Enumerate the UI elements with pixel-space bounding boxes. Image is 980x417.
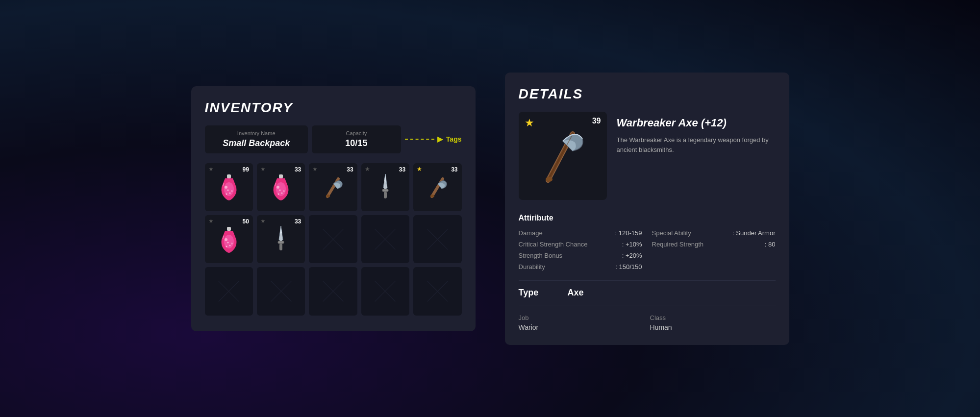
- preview-star-icon: ★: [525, 117, 534, 129]
- item-count-6: 50: [243, 218, 249, 225]
- job-value: Warior: [519, 323, 644, 331]
- attr-row: Critical Strength Chance: +10%: [519, 241, 642, 248]
- grid-cell-8[interactable]: [309, 215, 357, 263]
- axe-image: [536, 124, 590, 188]
- item-icon-7: [265, 223, 297, 255]
- svg-point-25: [225, 238, 227, 241]
- class-label: Class: [650, 314, 776, 321]
- svg-point-1: [224, 182, 234, 196]
- svg-point-9: [276, 186, 279, 189]
- svg-rect-32: [278, 241, 284, 244]
- svg-point-2: [225, 186, 227, 189]
- item-count-2: 33: [295, 166, 301, 173]
- item-name: Warbreaker Axe (+12): [617, 117, 776, 129]
- svg-rect-0: [227, 174, 231, 178]
- details-title: DETAILS: [519, 86, 776, 102]
- tags-connector: ▶ Tags: [405, 125, 462, 153]
- dashed-line: [405, 139, 434, 140]
- svg-rect-18: [382, 189, 388, 192]
- job-label: Job: [519, 314, 644, 321]
- item-icon-6: [213, 223, 245, 255]
- inventory-header: Inventory Name Small Backpack Capacity 1…: [205, 125, 462, 153]
- attr-row: Special Ability: Sunder Armor: [652, 229, 776, 237]
- inventory-capacity-box: Capacity 10/15: [312, 125, 401, 153]
- job-row: Job Warior: [519, 314, 644, 331]
- attr-row: Strength Bonus: +20%: [519, 252, 642, 259]
- svg-rect-23: [227, 227, 231, 231]
- grid-cell-1[interactable]: ★99: [205, 163, 253, 211]
- grid-cell-5[interactable]: ★33: [413, 163, 461, 211]
- svg-point-3: [231, 190, 233, 192]
- attributes-grid: Damage: 120-159Critical Strength Chance:…: [519, 229, 776, 270]
- svg-point-13: [278, 194, 279, 195]
- svg-rect-33: [279, 244, 282, 250]
- svg-point-5: [229, 193, 230, 194]
- preview-count: 39: [592, 117, 601, 125]
- item-preview: ★ 39: [519, 112, 607, 200]
- svg-point-27: [227, 242, 228, 243]
- item-description: The Warbreaker Axe is a legendary weapon…: [617, 135, 776, 156]
- grid-cell-10[interactable]: [413, 215, 461, 263]
- item-count-3: 33: [347, 166, 353, 173]
- item-star-6: ★: [208, 218, 214, 224]
- svg-point-38: [546, 177, 553, 182]
- svg-point-26: [231, 243, 233, 245]
- grid-cell-14[interactable]: [361, 267, 409, 315]
- grid-cell-4[interactable]: ★33: [361, 163, 409, 211]
- grid-cell-3[interactable]: ★33: [309, 163, 357, 211]
- attributes-left: Damage: 120-159Critical Strength Chance:…: [519, 229, 642, 270]
- inventory-name-value: Small Backpack: [223, 138, 290, 148]
- attr-row: Required Strength: 80: [652, 241, 776, 248]
- svg-point-10: [283, 190, 285, 192]
- svg-point-12: [281, 193, 283, 194]
- attribute-section: Attiribute Damage: 120-159Critical Stren…: [519, 214, 776, 270]
- svg-point-4: [227, 190, 228, 191]
- svg-point-15: [326, 195, 330, 197]
- item-icon-1: [213, 172, 245, 203]
- tags-label: Tags: [446, 135, 462, 143]
- item-icon-5: [422, 172, 453, 203]
- item-icon-2: [265, 172, 297, 203]
- item-star-3: ★: [312, 166, 318, 172]
- attribute-title: Attiribute: [519, 214, 776, 222]
- item-star-2: ★: [260, 166, 266, 172]
- svg-point-8: [276, 182, 286, 196]
- svg-point-22: [430, 195, 434, 197]
- inventory-grid: ★99 ★33: [205, 163, 462, 316]
- type-label: Type: [519, 288, 558, 298]
- grid-cell-7[interactable]: ★33: [257, 215, 305, 263]
- grid-cell-12[interactable]: [257, 267, 305, 315]
- arrow-icon: ▶: [437, 135, 443, 143]
- type-value: Axe: [568, 288, 584, 298]
- svg-line-37: [550, 136, 572, 177]
- class-row: Class Human: [650, 314, 776, 331]
- item-star-1: ★: [208, 166, 214, 172]
- attr-row: Damage: 120-159: [519, 229, 642, 237]
- item-icon-3: [318, 172, 349, 203]
- capacity-value: 10/15: [345, 138, 367, 148]
- item-star-4: ★: [365, 166, 370, 172]
- grid-cell-13[interactable]: [309, 267, 357, 315]
- item-count-5: 33: [451, 166, 457, 173]
- details-header-row: ★ 39 Warbreaker Axe (+12) The Warbreaker…: [519, 112, 776, 200]
- attr-row: Durability: 150/150: [519, 263, 642, 270]
- item-info: Warbreaker Axe (+12) The Warbreaker Axe …: [617, 112, 776, 200]
- item-icon-4: [370, 172, 401, 203]
- inventory-name-box: Inventory Name Small Backpack: [205, 125, 308, 153]
- capacity-label: Capacity: [322, 130, 391, 136]
- item-star-5: ★: [417, 166, 422, 172]
- inventory-name-label: Inventory Name: [215, 130, 298, 136]
- details-panel: DETAILS ★ 39 Warbreaker Axe (+12): [505, 73, 789, 345]
- item-count-7: 33: [295, 218, 301, 225]
- svg-rect-7: [279, 174, 283, 178]
- grid-cell-11[interactable]: [205, 267, 253, 315]
- grid-cell-15[interactable]: [413, 267, 461, 315]
- grid-cell-9[interactable]: [361, 215, 409, 263]
- item-count-1: 99: [243, 166, 249, 173]
- type-section: Type Axe: [519, 280, 776, 305]
- svg-point-24: [224, 235, 234, 248]
- grid-cell-6[interactable]: ★50: [205, 215, 253, 263]
- item-count-4: 33: [399, 166, 405, 173]
- inventory-title: INVENTORY: [205, 100, 462, 116]
- grid-cell-2[interactable]: ★33: [257, 163, 305, 211]
